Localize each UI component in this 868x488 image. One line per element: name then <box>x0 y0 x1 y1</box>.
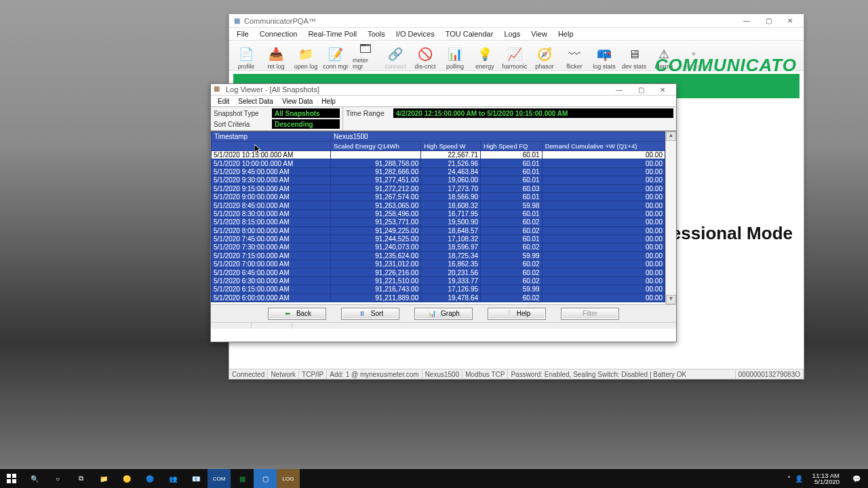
col-demand-cum[interactable]: Demand Cumulative +W (Q1+4) <box>542 142 665 151</box>
log-menu-edit[interactable]: Edit <box>214 98 233 105</box>
snapshot-type-value[interactable]: All Snapshots <box>272 108 340 118</box>
table-row[interactable]: 5/1/2020 6:30:00.000 AM91,221,510.0019,3… <box>212 277 665 285</box>
toolbar-conn-mgr[interactable]: 📝conn mgr <box>323 41 349 70</box>
brand-logo: COMMUNICATO <box>655 55 797 76</box>
col-group-device[interactable]: Nexus1500 <box>331 132 665 142</box>
toolbar-ret-log[interactable]: 📥ret log <box>263 41 289 70</box>
start-button[interactable] <box>0 469 23 488</box>
scroll-down-button[interactable]: ▼ <box>666 295 676 304</box>
clock[interactable]: 11:13 AM 5/1/2020 <box>807 472 845 485</box>
vertical-scrollbar[interactable]: ▲ ▼ <box>665 131 676 304</box>
table-row[interactable]: 5/1/2020 8:15:00.000 AM91,253,771.0019,5… <box>212 218 665 226</box>
sort-button[interactable]: ⏸ Sort <box>341 308 399 320</box>
file-explorer-icon[interactable]: 📁 <box>92 469 115 488</box>
menu-i-o-devices[interactable]: I/O Devices <box>391 29 439 39</box>
table-row[interactable]: 5/1/2020 8:30:00.000 AM91,258,496.0016,7… <box>212 209 665 218</box>
taskbar[interactable]: 🔍 ○ ⧉ 📁 🟡 🔵 👥 📧 COM ▦ ▢ LOG ˄ 👤 11:13 AM… <box>0 469 868 488</box>
toolbar-phasor[interactable]: 🧭phasor <box>532 41 557 70</box>
graph-button[interactable]: 📊 Graph <box>414 308 473 320</box>
menu-logs[interactable]: Logs <box>499 29 525 39</box>
table-row[interactable]: 5/1/2020 10:00:00.000 AM91,288,758.0021,… <box>212 159 665 167</box>
graph-icon: 📊 <box>427 309 437 319</box>
table-row[interactable]: 5/1/2020 9:00:00.000 AM91,267,574.0018,5… <box>212 192 665 201</box>
col-energy[interactable]: Scaled Energy Q14Wh <box>331 142 421 151</box>
log-app-taskbar-icon[interactable]: LOG <box>277 469 300 488</box>
excel-icon[interactable]: ▦ <box>231 469 254 488</box>
menu-real-time-poll[interactable]: Real-Time Poll <box>303 29 361 39</box>
toolbar-dev-stats[interactable]: 🖥dev stats <box>621 41 647 70</box>
cortana-button[interactable]: ○ <box>46 469 69 488</box>
task-view-button[interactable]: ⧉ <box>69 469 92 488</box>
log-minimize-button[interactable]: — <box>608 83 630 96</box>
teams-icon[interactable]: 👥 <box>161 469 184 488</box>
menu-tools[interactable]: Tools <box>363 29 390 39</box>
toolbar-dis-cnct[interactable]: 🚫dis-cnct <box>412 41 438 70</box>
col-high-speed-w[interactable]: High Speed W <box>421 142 481 151</box>
main-titlebar[interactable]: ▦ CommunicatorPQA™ — ▢ ✕ <box>229 14 804 28</box>
menu-help[interactable]: Help <box>553 29 578 39</box>
scroll-track[interactable] <box>666 141 676 295</box>
col-group-timestamp[interactable]: Timestamp <box>212 132 331 142</box>
toolbar-harmonic[interactable]: 📈harmonic <box>502 41 528 70</box>
sort-criteria-value[interactable]: Descending <box>272 119 340 129</box>
scroll-up-button[interactable]: ▲ <box>666 131 676 141</box>
tray-people-icon[interactable]: 👤 <box>795 475 803 483</box>
table-row[interactable]: 5/1/2020 7:45:00.000 AM91,244,525.0017,1… <box>212 235 665 243</box>
back-button[interactable]: ⬅ Back <box>268 308 326 320</box>
toolbar-energy[interactable]: 💡energy <box>472 41 498 70</box>
table-row[interactable]: 5/1/2020 9:15:00.000 AM91,272,212.0017,2… <box>212 184 665 192</box>
notifications-button[interactable]: 💬 <box>845 469 868 488</box>
cell-dm: 00.00 <box>542 243 665 251</box>
toolbar-flicker[interactable]: 〰flicker <box>561 41 587 70</box>
log-menu-select-data[interactable]: Select Data <box>234 98 277 105</box>
toolbar-profile[interactable]: 📄profile <box>233 41 259 70</box>
table-row[interactable]: 5/1/2020 9:30:00.000 AM91,277,451.0019,0… <box>212 176 665 184</box>
table-row[interactable]: 5/1/2020 9:45:00.000 AM91,282,666.0024,4… <box>212 167 665 176</box>
table-row[interactable]: 5/1/2020 10:15:00.000 AM22,567.7160.0100… <box>212 151 665 159</box>
menu-view[interactable]: View <box>526 29 552 39</box>
maximize-button[interactable]: ▢ <box>757 15 779 27</box>
app-com-icon[interactable]: COM <box>208 469 231 488</box>
menu-tou-calendar[interactable]: TOU Calendar <box>441 29 498 39</box>
log-titlebar[interactable]: ▦ Log Viewer - [All Snapshots] — ▢ ✕ <box>211 84 676 96</box>
outlook-icon[interactable]: 📧 <box>184 469 208 488</box>
table-row[interactable]: 5/1/2020 7:15:00.000 AM91,235,624.0018,7… <box>212 251 665 260</box>
table-row[interactable]: 5/1/2020 6:45:00.000 AM91,226,216.0020,2… <box>212 268 665 277</box>
cell-ts: 5/1/2020 10:00:00.000 AM <box>212 159 331 167</box>
table-row[interactable]: 5/1/2020 8:45:00.000 AM91,263,065.0018,6… <box>212 201 665 209</box>
edge-icon[interactable]: 🔵 <box>138 469 161 488</box>
toolbar-log-stats[interactable]: 📪log stats <box>591 41 617 70</box>
app-blue-icon[interactable]: ▢ <box>254 469 277 488</box>
toolbar-meter-mgr[interactable]: 🗔meter mgr <box>353 41 378 70</box>
chrome-icon[interactable]: 🟡 <box>115 469 138 488</box>
menu-file[interactable]: File <box>232 29 254 39</box>
system-tray[interactable]: ˄ 👤 <box>783 475 807 483</box>
table-row[interactable]: 5/1/2020 6:15:00.000 AM91,216,743.0017,1… <box>212 285 665 293</box>
cell-fq: 60.02 <box>481 218 542 226</box>
timerange-value[interactable]: 4/2/2020 12:15:00.000 AM to 5/1/2020 10:… <box>393 108 673 118</box>
table-row[interactable]: 5/1/2020 7:00:00.000 AM91,231,012.0016,8… <box>212 260 665 268</box>
menu-connection[interactable]: Connection <box>255 29 302 39</box>
filter-button[interactable]: Filter <box>561 308 619 320</box>
close-button[interactable]: ✕ <box>779 15 801 27</box>
search-button[interactable]: 🔍 <box>23 469 46 488</box>
help-button[interactable]: ❔ Help <box>488 308 546 320</box>
log-menu-help[interactable]: Help <box>317 98 340 105</box>
table-row[interactable]: 5/1/2020 7:30:00.000 AM91,240,073.0018,5… <box>212 243 665 251</box>
graph-button-label: Graph <box>441 310 460 317</box>
col-timestamp-spacer[interactable] <box>212 142 331 151</box>
col-high-speed-fq[interactable]: High Speed FQ <box>481 142 542 151</box>
toolbar-open-log[interactable]: 📁open log <box>293 41 319 70</box>
toolbar-polling[interactable]: 📊polling <box>442 41 468 70</box>
log-close-button[interactable]: ✕ <box>652 83 673 96</box>
tray-chevron-up-icon[interactable]: ˄ <box>787 475 791 483</box>
cell-fq: 60.02 <box>481 293 542 302</box>
log-maximize-button[interactable]: ▢ <box>630 83 652 96</box>
table-row[interactable]: 5/1/2020 8:00:00.000 AM91,249,225.0018,6… <box>212 226 665 235</box>
table-row[interactable]: 5/1/2020 6:00:00.000 AM91,211,889.0019,4… <box>212 293 665 302</box>
data-grid[interactable]: Timestamp Nexus1500 Scaled Energy Q14Wh … <box>211 131 665 304</box>
cell-ts: 5/1/2020 9:00:00.000 AM <box>212 192 331 201</box>
minimize-button[interactable]: — <box>736 15 757 27</box>
log-stats-icon: 📪 <box>596 46 612 62</box>
log-menu-view-data[interactable]: View Data <box>278 98 317 105</box>
